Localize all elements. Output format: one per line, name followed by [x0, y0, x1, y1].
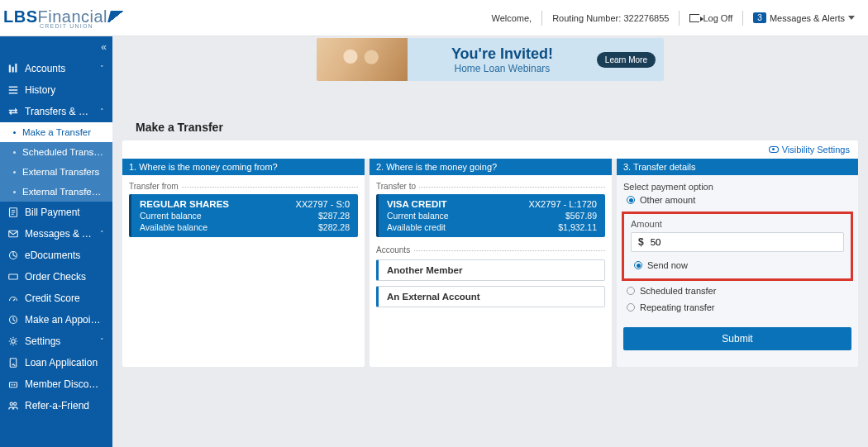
available-label: Available balance: [140, 222, 207, 232]
transfer-details-panel: 3. Transfer details Select payment optio…: [617, 159, 858, 367]
message-count-badge: 3: [753, 12, 766, 23]
radio-label: Other amount: [640, 195, 695, 205]
visibility-settings-link[interactable]: Visibility Settings: [769, 145, 850, 155]
messages-alerts-link[interactable]: 3 Messages & Alerts: [753, 12, 855, 23]
refer-a-friend-icon: [8, 401, 18, 411]
account-tag: XX2797 - S:0: [296, 199, 350, 209]
bullet-icon: [13, 191, 16, 193]
banner-image: [317, 38, 408, 81]
sidebar-item-label: Loan Application: [25, 357, 98, 369]
radio-label: Send now: [647, 260, 688, 270]
visibility-label: Visibility Settings: [782, 145, 850, 155]
sidebar-item-refer-a-friend[interactable]: Refer-a-Friend: [0, 395, 112, 416]
radio-icon: [627, 303, 635, 311]
svg-point-17: [14, 402, 17, 405]
credit-label: Available credit: [387, 222, 446, 232]
balance-label: Current balance: [140, 211, 202, 221]
sidebar-item-messages-alerts[interactable]: Messages & Alerts˅: [0, 223, 112, 245]
panel-header: 1. Where is the money coming from?: [122, 159, 365, 175]
logoff-button[interactable]: Log Off: [689, 13, 732, 23]
sidebar-item-label: Credit Score: [25, 292, 80, 304]
sidebar-item-label: History: [25, 84, 55, 96]
order-checks-icon: [8, 272, 18, 282]
sidebar-item-label: Refer-a-Friend: [25, 400, 89, 411]
bill-payment-icon: [8, 207, 18, 217]
svg-rect-9: [9, 274, 18, 279]
transfer-to-panel: 2. Where is the money going? Transfer to…: [370, 159, 612, 367]
messages-label: Messages & Alerts: [770, 13, 845, 23]
sidebar-item-label: Bill Payment: [25, 207, 80, 218]
divider: [679, 11, 680, 26]
sidebar-item-loan-application[interactable]: Loan Application: [0, 352, 112, 373]
sidebar: « Accounts˅HistoryTransfers & Payments˄M…: [0, 36, 112, 447]
edocuments-icon: [8, 250, 18, 260]
sidebar-item-bill-payment[interactable]: Bill Payment: [0, 202, 112, 223]
svg-rect-1: [12, 67, 14, 73]
repeating-transfer-radio[interactable]: Repeating transfer: [627, 302, 851, 312]
svg-rect-3: [9, 87, 18, 88]
from-account-card[interactable]: REGULAR SHARES XX2797 - S:0 Current bala…: [129, 194, 358, 237]
to-account-card[interactable]: VISA CREDIT XX2797 - L:1720 Current bala…: [376, 194, 605, 237]
loan-application-icon: [8, 358, 18, 368]
sidebar-item-label: Order Checks: [25, 271, 86, 283]
bullet-icon: [13, 171, 16, 174]
account-name: VISA CREDIT: [387, 199, 446, 209]
other-amount-radio[interactable]: Other amount: [627, 195, 851, 205]
sidebar-item-credit-score[interactable]: Credit Score: [0, 288, 112, 309]
bullet-icon: [13, 131, 16, 134]
chevron-icon: ˅: [100, 337, 104, 345]
scheduled-transfer-radio[interactable]: Scheduled transfer: [627, 286, 851, 296]
header: LBSFinancial CREDIT UNION Welcome, Routi…: [0, 0, 868, 36]
routing-number: Routing Number: 322276855: [552, 13, 669, 23]
svg-rect-13: [10, 383, 17, 388]
amount-input[interactable]: [651, 237, 843, 247]
send-now-radio[interactable]: Send now: [634, 260, 844, 270]
radio-icon: [627, 287, 635, 295]
another-member-option[interactable]: Another Member: [376, 259, 605, 281]
sidebar-item-external-transfers[interactable]: External Transfers: [0, 162, 112, 182]
sidebar-item-make-an-appointment[interactable]: Make an Appointment: [0, 309, 112, 330]
sidebar-item-settings[interactable]: Settings˅: [0, 330, 112, 352]
svg-rect-0: [9, 65, 11, 73]
balance-value: $287.28: [318, 211, 350, 221]
fieldset-label: Transfer to: [376, 182, 605, 191]
svg-rect-2: [15, 64, 17, 73]
sidebar-item-label: External Transfers: [22, 167, 99, 177]
member-discounts-icon: [8, 379, 18, 389]
account-tag: XX2797 - L:1720: [528, 199, 597, 209]
make-an-appointment-icon: [8, 315, 18, 325]
main-content: You're Invited! Home Loan Webinars Learn…: [112, 36, 868, 447]
svg-point-16: [10, 402, 12, 405]
external-account-option[interactable]: An External Account: [376, 286, 605, 307]
settings-icon: [8, 336, 18, 346]
sidebar-item-history[interactable]: History: [0, 79, 112, 101]
submit-button[interactable]: Submit: [623, 327, 851, 350]
sidebar-item-label: eDocuments: [25, 250, 80, 261]
sidebar-item-member-discounts[interactable]: Member Discounts: [0, 373, 112, 395]
promo-banner[interactable]: You're Invited! Home Loan Webinars Learn…: [317, 38, 664, 81]
sidebar-item-edocuments[interactable]: eDocuments: [0, 245, 112, 266]
sidebar-collapse-button[interactable]: «: [0, 36, 112, 58]
amount-input-group[interactable]: $: [631, 232, 844, 252]
sidebar-item-scheduled-transfers[interactable]: Scheduled Transfers: [0, 142, 112, 162]
banner-subtitle: Home Loan Webinars: [455, 63, 551, 74]
radio-label: Repeating transfer: [640, 302, 715, 312]
radio-icon: [627, 196, 635, 204]
svg-rect-4: [9, 89, 18, 91]
welcome-text: Welcome,: [491, 13, 532, 23]
sidebar-item-label: Settings: [25, 335, 60, 347]
sidebar-item-make-a-transfer[interactable]: Make a Transfer: [0, 122, 112, 142]
sidebar-item-transfers-payments[interactable]: Transfers & Payments˄: [0, 101, 112, 122]
sidebar-item-external-transfer-activity[interactable]: External Transfer Activity: [0, 182, 112, 202]
account-name: REGULAR SHARES: [140, 199, 229, 209]
learn-more-button[interactable]: Learn More: [597, 52, 656, 68]
sidebar-item-label: Messages & Alerts: [25, 228, 93, 240]
sidebar-item-label: Make an Appointment: [25, 314, 104, 326]
transfers-payments-icon: [8, 107, 18, 117]
fieldset-label: Accounts: [376, 245, 605, 254]
logo[interactable]: LBSFinancial CREDIT UNION: [3, 7, 124, 29]
svg-rect-12: [10, 359, 17, 368]
sidebar-item-order-checks[interactable]: Order Checks: [0, 266, 112, 288]
sidebar-item-label: External Transfer Activity: [22, 187, 104, 197]
sidebar-item-accounts[interactable]: Accounts˅: [0, 58, 112, 79]
